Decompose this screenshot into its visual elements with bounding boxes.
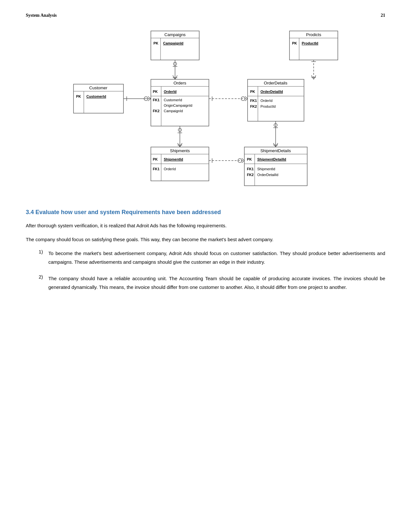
svg-text:PK: PK bbox=[76, 94, 81, 98]
svg-text:PK: PK bbox=[153, 90, 158, 94]
requirements-list: 1) To become the market's best advertise… bbox=[39, 249, 385, 291]
svg-line-63 bbox=[175, 75, 177, 79]
svg-text:OrderDetailId: OrderDetailId bbox=[257, 173, 278, 177]
section-title: Evaluate how user and system Requirement… bbox=[35, 209, 221, 215]
svg-text:OrderId: OrderId bbox=[164, 90, 177, 94]
svg-text:FK2: FK2 bbox=[247, 173, 254, 177]
svg-text:ShipmentId: ShipmentId bbox=[257, 167, 275, 171]
erd-diagram: Campaigns PK CampaignId Prodicts PK Prod… bbox=[26, 28, 385, 195]
svg-text:Orders: Orders bbox=[173, 81, 186, 85]
intro-paragraph-2: The company should focus on satisfying t… bbox=[26, 235, 385, 244]
page-header: System Analysis 21 bbox=[26, 13, 385, 18]
list-number-1: 1) bbox=[39, 249, 48, 266]
svg-text:ShipmentId: ShipmentId bbox=[164, 157, 183, 161]
svg-line-75 bbox=[148, 96, 151, 99]
svg-text:CampaignId: CampaignId bbox=[163, 41, 183, 45]
section-heading: 3.4 Evaluate how user and system Require… bbox=[26, 208, 385, 216]
svg-text:PK: PK bbox=[250, 90, 255, 94]
svg-text:FK2: FK2 bbox=[250, 104, 257, 108]
list-item: 1) To become the market's best advertise… bbox=[39, 249, 385, 266]
svg-text:FK1: FK1 bbox=[153, 98, 160, 102]
section-3-4: 3.4 Evaluate how user and system Require… bbox=[26, 208, 385, 291]
svg-text:FK1: FK1 bbox=[153, 167, 160, 171]
svg-line-97 bbox=[242, 158, 244, 161]
svg-text:OrderDetailId: OrderDetailId bbox=[260, 90, 283, 94]
svg-text:CustomerId: CustomerId bbox=[164, 98, 182, 102]
svg-line-98 bbox=[242, 161, 244, 163]
svg-text:Prodicts: Prodicts bbox=[306, 32, 321, 37]
list-text-1: To become the market's best advertisemen… bbox=[48, 249, 385, 266]
list-item: 2) The company should have a reliable ac… bbox=[39, 274, 385, 291]
svg-text:Campaigns: Campaigns bbox=[164, 32, 186, 37]
svg-text:ProductId: ProductId bbox=[260, 104, 276, 108]
svg-text:Customer: Customer bbox=[89, 85, 107, 90]
svg-text:CampaignId: CampaignId bbox=[164, 109, 183, 113]
svg-text:OriginCampaignId: OriginCampaignId bbox=[164, 103, 192, 107]
intro-paragraph-1: After thorough system verification, it i… bbox=[26, 221, 385, 230]
svg-text:PK: PK bbox=[153, 157, 158, 161]
svg-text:OrderDetails: OrderDetails bbox=[264, 81, 287, 85]
header-right: 21 bbox=[381, 13, 385, 18]
svg-line-62 bbox=[173, 75, 175, 79]
svg-line-76 bbox=[148, 99, 151, 101]
header-left: System Analysis bbox=[26, 13, 57, 18]
svg-text:ProductId: ProductId bbox=[302, 41, 318, 45]
svg-text:PK: PK bbox=[247, 157, 252, 161]
svg-text:FK1: FK1 bbox=[250, 99, 257, 103]
list-text-2: The company should have a reliable accou… bbox=[48, 274, 385, 291]
svg-text:ShipmentDetails: ShipmentDetails bbox=[260, 148, 291, 153]
svg-text:CustomerId: CustomerId bbox=[86, 94, 106, 98]
svg-line-81 bbox=[245, 99, 248, 101]
section-number: 3.4 bbox=[26, 209, 34, 215]
svg-text:OrderId: OrderId bbox=[164, 167, 176, 171]
svg-text:OrderId: OrderId bbox=[260, 99, 272, 103]
svg-text:FK2: FK2 bbox=[153, 109, 160, 113]
svg-text:ShipmentDetailId: ShipmentDetailId bbox=[257, 157, 286, 161]
svg-text:FK1: FK1 bbox=[247, 167, 254, 171]
svg-line-80 bbox=[245, 96, 248, 99]
svg-text:Shipments: Shipments bbox=[170, 148, 190, 153]
list-number-2: 2) bbox=[39, 274, 48, 291]
svg-text:PK: PK bbox=[292, 41, 297, 45]
svg-text:PK: PK bbox=[153, 41, 158, 45]
